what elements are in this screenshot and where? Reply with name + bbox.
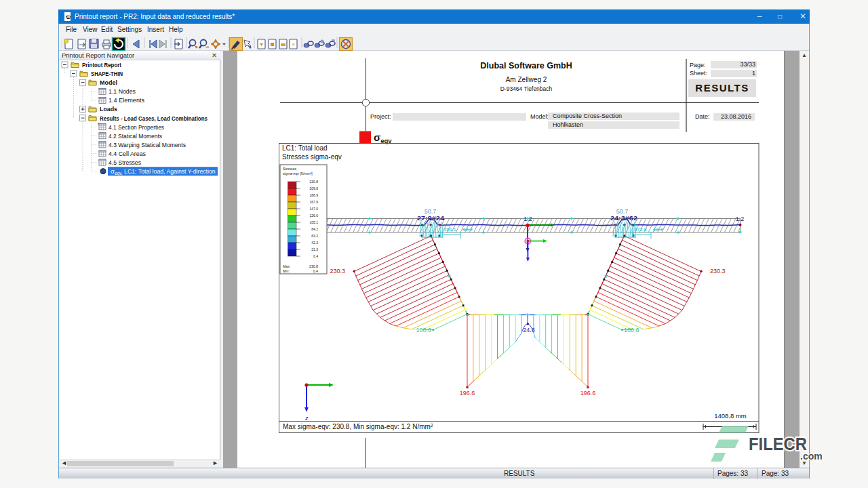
svg-text:FILECR: FILECR bbox=[749, 434, 807, 454]
svg-text:.com: .com bbox=[800, 451, 823, 462]
